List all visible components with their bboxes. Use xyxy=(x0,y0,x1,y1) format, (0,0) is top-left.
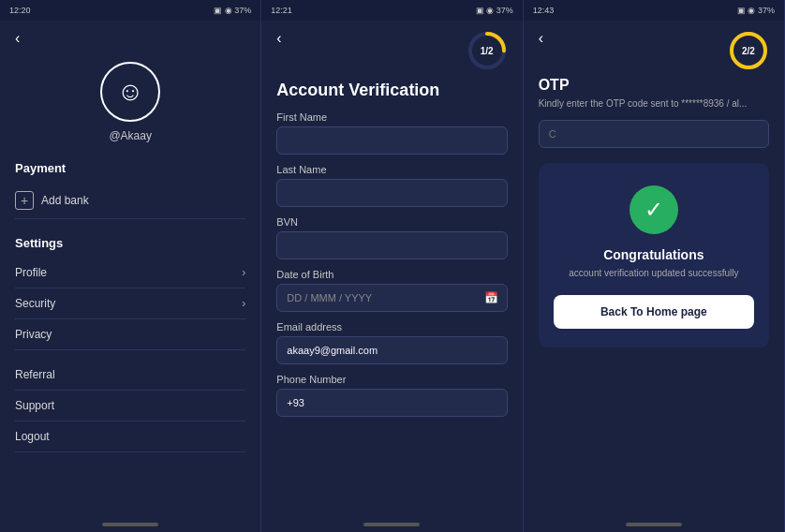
status-icons-3: ▣ ◉ 37% xyxy=(737,6,775,15)
status-bar-2: 12:21 ▣ ◉ 37% xyxy=(261,0,522,21)
check-icon: ✓ xyxy=(644,197,663,223)
logout-menu-item[interactable]: Logout xyxy=(15,421,245,452)
otp-title: OTP xyxy=(539,77,769,94)
verification-header: ‹ 1/2 xyxy=(276,30,507,71)
privacy-label: Privacy xyxy=(15,328,52,341)
status-icons-1: ▣ ◉ 37% xyxy=(214,6,251,15)
status-time-3: 12:43 xyxy=(533,6,555,15)
phone-input[interactable] xyxy=(276,389,507,417)
back-button-2[interactable]: ‹ xyxy=(276,30,281,47)
home-indicator-3 xyxy=(524,517,784,532)
otp-panel: 12:43 ▣ ◉ 37% ‹ 2/2 OTP Kindly enter the… xyxy=(524,0,785,532)
home-indicator-2 xyxy=(261,517,522,532)
profile-settings-panel: 12:20 ▣ ◉ 37% ‹ ☺ @Akaay Payment + Add b… xyxy=(0,0,261,532)
email-input[interactable] xyxy=(276,336,507,364)
success-description: account verification updated successfull… xyxy=(569,268,738,278)
otp-input[interactable] xyxy=(539,120,769,148)
profile-arrow-icon: › xyxy=(242,266,245,279)
phone-label: Phone Number xyxy=(276,374,507,385)
first-name-label: First Name xyxy=(276,111,507,123)
support-menu-item[interactable]: Support xyxy=(15,391,245,421)
avatar-circle: ☺ xyxy=(100,62,160,122)
status-icons-2: ▣ ◉ 37% xyxy=(476,6,513,15)
settings-section-title: Settings xyxy=(15,236,245,250)
back-to-home-button[interactable]: Back To Home page xyxy=(554,295,754,329)
email-label: Email address xyxy=(276,321,507,332)
otp-header: ‹ 2/2 xyxy=(539,30,769,71)
success-card: ✓ Congratulations account verification u… xyxy=(539,163,769,347)
referral-menu-item[interactable]: Referral xyxy=(15,360,245,391)
referral-label: Referral xyxy=(15,368,55,381)
status-bar-1: 12:20 ▣ ◉ 37% xyxy=(0,0,260,21)
status-time-2: 12:21 xyxy=(271,6,292,15)
add-bank-label: Add bank xyxy=(41,194,89,207)
first-name-group: First Name xyxy=(276,111,507,155)
last-name-group: Last Name xyxy=(276,164,507,207)
privacy-menu-item[interactable]: Privacy xyxy=(15,319,245,350)
account-verification-panel: 12:21 ▣ ◉ 37% ‹ 1/2 Account Verification… xyxy=(261,0,523,532)
back-button-1[interactable]: ‹ xyxy=(15,30,245,47)
avatar-section: ☺ @Akaay xyxy=(15,62,245,142)
dob-label: Date of Birth xyxy=(276,269,507,280)
home-indicator-1 xyxy=(0,517,260,532)
dob-input[interactable] xyxy=(276,284,507,312)
dob-input-wrapper: 📅 xyxy=(276,284,507,312)
bvn-group: BVN xyxy=(276,216,507,259)
support-label: Support xyxy=(15,399,54,412)
last-name-input[interactable] xyxy=(276,179,507,207)
logout-label: Logout xyxy=(15,430,50,443)
step-text-2: 2/2 xyxy=(742,46,755,56)
status-bar-3: 12:43 ▣ ◉ 37% xyxy=(524,0,784,21)
step-indicator-1: 1/2 xyxy=(467,30,508,71)
security-label: Security xyxy=(15,297,55,310)
last-name-label: Last Name xyxy=(276,164,507,175)
phone-group: Phone Number xyxy=(276,374,507,417)
verification-title: Account Verification xyxy=(276,81,507,100)
email-group: Email address xyxy=(276,321,507,364)
security-menu-item[interactable]: Security › xyxy=(15,288,245,319)
first-name-input[interactable] xyxy=(276,126,507,155)
profile-label: Profile xyxy=(15,266,47,279)
back-button-3[interactable]: ‹ xyxy=(539,30,543,47)
success-checkmark-icon: ✓ xyxy=(629,185,678,234)
status-time-1: 12:20 xyxy=(9,6,31,15)
congratulations-title: Congratulations xyxy=(603,247,704,262)
calendar-icon: 📅 xyxy=(484,291,498,304)
bvn-input[interactable] xyxy=(276,231,507,259)
otp-description: Kindly enter the OTP code sent to ******… xyxy=(539,97,769,111)
step-text-1: 1/2 xyxy=(481,46,494,56)
add-bank-icon: + xyxy=(15,191,34,210)
security-arrow-icon: › xyxy=(242,297,245,310)
step-indicator-2: 2/2 xyxy=(728,30,769,71)
bvn-label: BVN xyxy=(276,216,507,228)
dob-group: Date of Birth 📅 xyxy=(276,269,507,312)
profile-menu-item[interactable]: Profile › xyxy=(15,258,245,288)
add-bank-item[interactable]: + Add bank xyxy=(15,183,245,219)
payment-section-title: Payment xyxy=(15,161,245,175)
user-icon: ☺ xyxy=(117,77,144,107)
username-label: @Akaay xyxy=(109,129,152,142)
